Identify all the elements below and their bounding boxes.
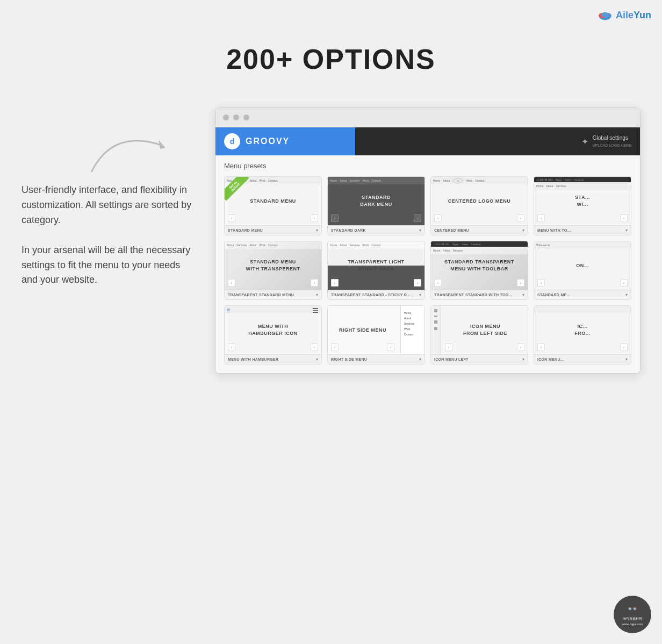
preset-nav-arrows-transparent-toolbar: ‹ › [431, 279, 528, 287]
preset-nav-arrows-rightside: ‹ › [328, 344, 424, 351]
preset-card-transparent[interactable]: About Services About Work Contact STANDA… [224, 241, 322, 300]
preset-card-rightside[interactable]: Home About Services Work Contact RIGHT S… [327, 305, 425, 364]
preset-thumbnail-sticky: Home About Services Work Contact TRANSPA… [328, 241, 424, 290]
default-badge: Set asdefault [225, 177, 251, 204]
cloud-icon [598, 10, 613, 21]
watermark-text: 淘气哥素材网www.tqge.com [622, 617, 643, 627]
preset-card-transparent-sticky[interactable]: Home About Services Work Contact TRANSPA… [327, 241, 425, 300]
prev-arrow[interactable]: ‹ [331, 279, 339, 287]
preset-label-toolbar: STA...WI... [572, 194, 593, 207]
preset-nav-arrows-standard-2: ‹ › [534, 279, 631, 287]
prev-arrow[interactable]: ‹ [434, 279, 442, 287]
preset-footer-label: STANDARD ME... [537, 293, 570, 297]
next-arrow[interactable]: › [414, 214, 421, 222]
next-arrow[interactable]: › [517, 214, 524, 222]
preset-card-hamburger[interactable]: ⊕ MENU WITHHAMBURGER ICON ‹ › [224, 305, 322, 364]
next-arrow[interactable]: › [517, 344, 524, 351]
settings-text: Global settings UPLOAD LOGO HERE [593, 134, 631, 148]
preset-footer-label: TRANSPARENT STANDARD MENU [228, 293, 294, 297]
preset-footer-label: RIGHT SIDE MENU [331, 357, 367, 361]
chevron-down-icon: ▾ [625, 228, 628, 233]
preset-footer-label: STANDARD MENU [228, 228, 263, 232]
next-arrow[interactable]: › [620, 344, 628, 351]
next-arrow[interactable]: › [311, 214, 318, 222]
icon-item [434, 309, 437, 312]
prev-arrow[interactable]: ‹ [537, 344, 545, 351]
preset-card-centered[interactable]: Home About ⊕ Work Contact CENTERED LOGO … [430, 176, 528, 235]
app-settings-area: ✦ Global settings UPLOAD LOGO HERE [355, 127, 640, 155]
prev-arrow[interactable]: ‹ [537, 214, 545, 222]
prev-arrow[interactable]: ‹ [445, 344, 452, 351]
chevron-down-icon: ▾ [625, 357, 628, 362]
prev-arrow[interactable]: ‹ [434, 214, 442, 222]
svg-point-3 [601, 12, 609, 17]
mini-nav-toolbar: Home About Services [534, 182, 631, 190]
browser-dot-yellow [233, 115, 239, 120]
next-arrow[interactable]: › [311, 279, 318, 287]
preset-footer-centered: CENTERED MENU ▾ [431, 225, 528, 235]
prev-arrow[interactable]: ‹ [331, 344, 339, 351]
preset-nav-arrows-centered: ‹ › [431, 214, 528, 222]
preset-label-dark: STANDARDDARK MENU [357, 194, 395, 207]
next-arrow[interactable]: › [517, 279, 524, 287]
preset-card-standard-dark[interactable]: Home About Services Work Contact STANDAR… [327, 176, 425, 235]
svg-marker-4 [159, 140, 166, 149]
app-logo-name: GROOVY [246, 137, 290, 146]
preset-nav-arrows-icon-left: ‹ › [431, 344, 528, 351]
prev-arrow[interactable]: ‹ [331, 214, 339, 222]
preset-thumbnail-transparent: About Services About Work Contact STANDA… [225, 241, 321, 290]
presets-title: Menu presets [224, 162, 631, 170]
mini-nav-standard-2: What we do [534, 241, 631, 249]
preset-card-transparent-toolbar[interactable]: +1 321 789 1321 Skype Twitter Facebook H… [430, 241, 528, 300]
preset-nav-arrows-sticky: ‹ › [328, 279, 424, 287]
text-paragraph-1: User-friendly interface, and flexibility… [21, 183, 193, 228]
preset-nav-arrows-dark: ‹ › [328, 214, 424, 222]
app-logo-area: d GROOVY [215, 127, 355, 155]
preset-thumbnail-dark: Home About Services Work Contact STANDAR… [328, 177, 424, 225]
chevron-down-icon: ▾ [316, 292, 318, 297]
preset-footer-standard-2: STANDARD ME... ▾ [534, 290, 631, 299]
prev-arrow[interactable]: ‹ [228, 214, 235, 222]
preset-label-sticky: TRANSPARENT LIGHTSTICKY DARK [344, 259, 407, 272]
preset-nav-arrows: ‹ › [225, 214, 321, 222]
next-arrow[interactable]: › [620, 214, 628, 222]
browser-titlebar [215, 108, 640, 127]
next-arrow[interactable]: › [387, 344, 394, 351]
mini-nav-icon-right [534, 306, 631, 313]
next-arrow[interactable]: › [311, 344, 318, 351]
chevron-down-icon: ▾ [522, 357, 524, 362]
mini-nav-hamburger: ⊕ [225, 306, 321, 313]
preset-footer-icon-right: ICON MENU... ▾ [534, 354, 631, 364]
preset-thumbnail-transparent-toolbar: +1 321 789 1321 Skype Twitter Facebook H… [431, 241, 528, 290]
prev-arrow[interactable]: ‹ [228, 279, 235, 287]
chevron-down-icon: ▾ [316, 357, 318, 362]
preset-label-transparent-toolbar: STANDARD TRANSPARENTMENU WITH TOOLBAR [441, 259, 517, 272]
preset-nav-arrows-hamburger: ‹ › [225, 344, 321, 351]
preset-card-standard-menu[interactable]: Set asdefault About Services About Work … [224, 176, 322, 235]
next-arrow[interactable]: › [620, 279, 628, 287]
preset-thumbnail-toolbar: +1 321 789 1321 Skype Twitter Facebook H… [534, 177, 631, 225]
preset-label-transparent: STANDARD MENUWITH TRANSPERENT [243, 259, 304, 272]
preset-label-rightside: RIGHT SIDE MENU [336, 327, 390, 334]
preset-footer-rightside: RIGHT SIDE MENU ▾ [328, 354, 424, 364]
preset-card-icon-right[interactable]: IC...FRO... ‹ › ICON MENU... ▾ [534, 305, 631, 364]
preset-nav-arrows-transparent: ‹ › [225, 279, 321, 287]
preset-label-icon-left: ICON MENUFROM LEFT SIDE [460, 323, 510, 337]
mini-nav-transparent-toolbar: Home About Services [431, 247, 528, 254]
preset-label-standard-2: ON... [573, 262, 592, 269]
prev-arrow[interactable]: ‹ [228, 344, 235, 351]
app-header: d GROOVY ✦ Global settings UPLOAD LOGO H… [215, 127, 640, 155]
preset-card-toolbar[interactable]: +1 321 789 1321 Skype Twitter Facebook H… [534, 176, 631, 235]
preset-label-hamburger: MENU WITHHAMBURGER ICON [245, 323, 301, 337]
preset-nav-arrows-icon-right: ‹ › [534, 344, 631, 351]
watermark: 👓 淘气哥素材网www.tqge.com [614, 596, 651, 633]
prev-arrow[interactable]: ‹ [537, 279, 545, 287]
mini-nav-transparent: About Services About Work Contact [225, 241, 321, 249]
preset-card-icon-left[interactable]: ICON MENUFROM LEFT SIDE ‹ › ICON MENU LE… [430, 305, 528, 364]
preset-footer-dark: STANDARD DARK ▾ [328, 225, 424, 235]
preset-nav-arrows-toolbar: ‹ › [534, 214, 631, 222]
top-logo: AileYun [598, 10, 651, 21]
next-arrow[interactable]: › [414, 279, 421, 287]
preset-card-standard-2[interactable]: What we do ON... ‹ › STANDARD ME... ▾ [534, 241, 631, 300]
preset-thumbnail-icon-left: ICON MENUFROM LEFT SIDE ‹ › [431, 306, 528, 354]
